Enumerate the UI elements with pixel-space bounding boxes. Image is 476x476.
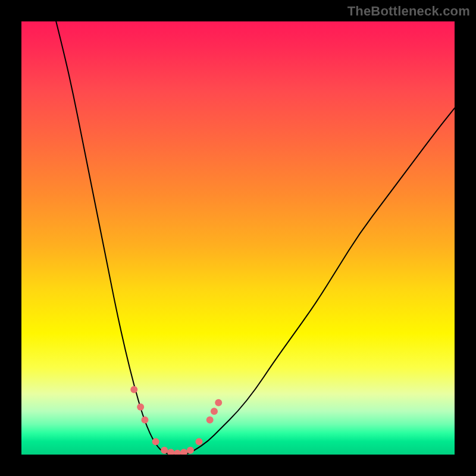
data-marker [195,438,202,445]
data-marker [130,386,137,393]
data-marker [180,449,187,455]
data-marker [187,447,194,454]
data-marker [161,447,168,454]
data-marker [141,416,148,424]
data-marker [167,449,174,455]
data-marker [211,408,218,415]
data-marker [137,403,144,411]
data-marker [206,416,214,424]
chart-svg [21,21,455,455]
watermark-text: TheBottleneck.com [347,4,470,19]
data-marker [152,438,159,445]
curves-group [56,21,455,455]
markers-group [130,386,222,455]
chart-frame: TheBottleneck.com [0,0,476,476]
plot-area [21,21,455,455]
data-marker [174,450,181,455]
data-marker [215,399,222,406]
curve-left-curve [56,21,177,455]
